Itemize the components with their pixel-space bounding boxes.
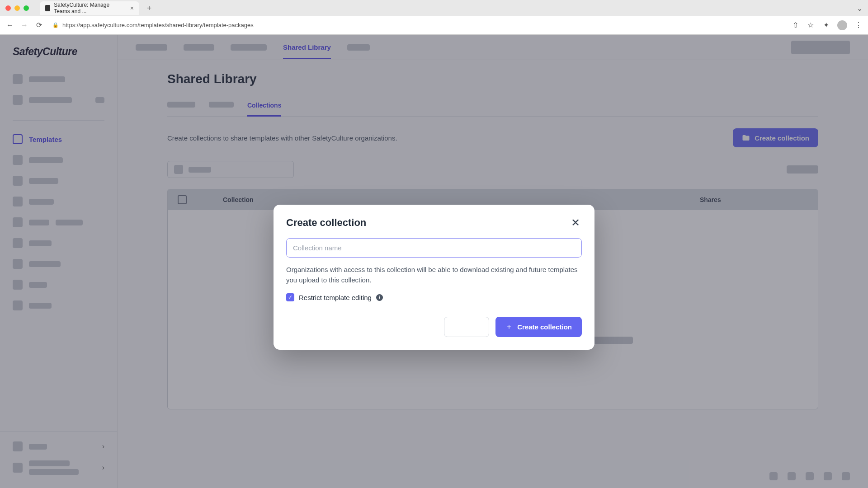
app-root: SafetyCulture Templates › [0,35,868,488]
back-button[interactable]: ← [5,21,14,30]
browser-toolbar: ← → ⟳ 🔒 https://app.safetyculture.com/te… [0,16,868,34]
close-window-button[interactable] [5,5,11,11]
chevron-down-icon[interactable]: ⌄ [857,4,863,13]
tab-close-icon[interactable]: × [130,5,134,12]
share-icon[interactable]: ⇧ [791,21,799,29]
tab-favicon [45,5,50,11]
cancel-button[interactable] [444,317,489,337]
restrict-editing-checkbox[interactable]: ✓ [286,293,294,301]
maximize-window-button[interactable] [24,5,29,11]
info-icon[interactable]: i [376,294,383,301]
modal-create-label: Create collection [517,323,572,331]
close-icon: ✕ [571,216,580,229]
modal-description: Organizations with access to this collec… [286,265,582,285]
menu-icon[interactable]: ⋮ [854,21,863,29]
lock-icon: 🔒 [52,22,59,28]
browser-chrome: SafetyCulture: Manage Teams and ... × + … [0,0,868,35]
url-text: https://app.safetyculture.com/templates/… [62,22,254,28]
reload-button[interactable]: ⟳ [34,21,43,30]
minimize-window-button[interactable] [14,5,20,11]
modal-close-button[interactable]: ✕ [569,216,582,229]
browser-tab[interactable]: SafetyCulture: Manage Teams and ... × [40,1,139,15]
star-icon[interactable]: ☆ [807,21,815,29]
window-controls [5,5,29,11]
modal-title: Create collection [286,217,366,229]
plus-icon: ＋ [505,322,513,332]
tab-title: SafetyCulture: Manage Teams and ... [54,2,126,14]
address-bar[interactable]: 🔒 https://app.safetyculture.com/template… [49,22,786,28]
new-tab-button[interactable]: + [143,2,156,14]
collection-name-input[interactable] [286,238,582,258]
profile-avatar[interactable] [837,20,847,30]
modal-overlay[interactable]: Create collection ✕ Organizations with a… [0,35,868,488]
restrict-editing-label: Restrict template editing [299,294,372,301]
extensions-icon[interactable]: ✦ [822,21,830,29]
modal-create-button[interactable]: ＋ Create collection [495,317,582,337]
tab-bar: SafetyCulture: Manage Teams and ... × + … [0,0,868,16]
forward-button[interactable]: → [20,21,29,30]
create-collection-modal: Create collection ✕ Organizations with a… [274,205,594,350]
